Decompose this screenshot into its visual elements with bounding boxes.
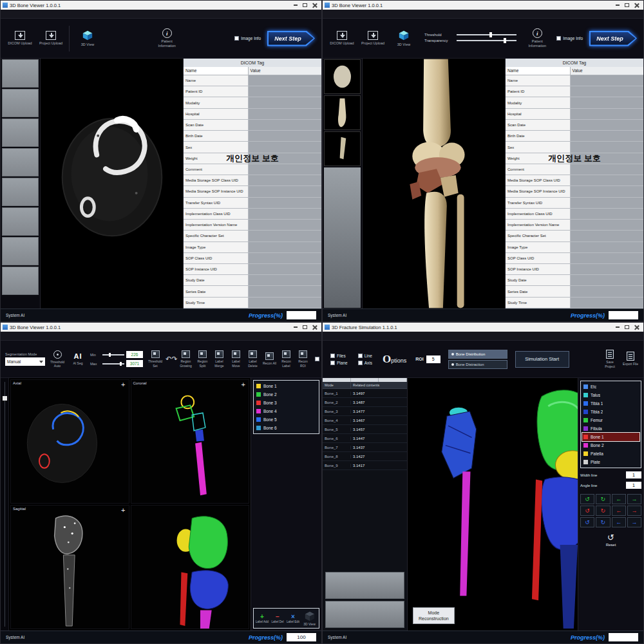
bone-thumbnail[interactable]: [324, 59, 361, 94]
transform-button[interactable]: ↻: [596, 494, 610, 504]
label-item[interactable]: Bone 1: [255, 382, 317, 390]
patient-information-button[interactable]: Patient Information: [154, 28, 180, 48]
table-row[interactable]: Bone_1 3.1497: [323, 389, 407, 398]
bone-distribution-button[interactable]: Bone Distribution: [448, 350, 507, 359]
bone-thumbnail[interactable]: [324, 95, 361, 130]
mode-reconstruction-button[interactable]: Mode Reconstruction: [413, 607, 455, 624]
transform-button[interactable]: ↺: [580, 494, 594, 504]
slice-thumbnail[interactable]: [2, 267, 39, 295]
threshold-set-button[interactable]: Threshold Set: [147, 350, 163, 368]
transparency-slider[interactable]: [457, 40, 516, 41]
angle-line-input[interactable]: [626, 482, 641, 489]
3d-view-button[interactable]: 3D View: [301, 611, 317, 626]
transform-button[interactable]: ↻: [596, 506, 610, 516]
bone-distraction-button[interactable]: Bone Distraction: [448, 360, 507, 369]
project-upload-button[interactable]: Project Upload: [360, 31, 386, 46]
dicom-upload-button[interactable]: DICOM Upload: [329, 31, 355, 46]
viewport-coronal[interactable]: Coronal: [131, 379, 250, 504]
export-file-button[interactable]: Export File: [623, 352, 638, 366]
maximize-button[interactable]: [622, 1, 632, 9]
maximize-button[interactable]: [622, 323, 632, 331]
label-item[interactable]: Bone 5: [255, 415, 317, 424]
line-checkbox[interactable]: Line: [358, 354, 372, 358]
transform-button[interactable]: ←: [612, 506, 626, 516]
minimize-button[interactable]: [290, 323, 300, 331]
files-checkbox[interactable]: Files: [330, 354, 348, 358]
label-item[interactable]: Bone 1: [582, 433, 639, 441]
ai-segmentation-button[interactable]: AI AI Seg: [70, 352, 86, 365]
viewport-3d-seg[interactable]: [131, 505, 250, 629]
next-step-button[interactable]: Next Step: [589, 31, 637, 46]
transform-button[interactable]: →: [627, 506, 641, 516]
segmentation-tool-button[interactable]: Recon ROI: [295, 350, 310, 368]
minimize-button[interactable]: [612, 1, 622, 9]
slice-slider[interactable]: [1, 378, 9, 630]
minimize-button[interactable]: [290, 1, 300, 9]
segmentation-tool-button[interactable]: Region Growing: [178, 350, 193, 368]
label-item[interactable]: Etc: [582, 383, 639, 391]
segmentation-tool-button[interactable]: Label Merge: [211, 350, 227, 368]
thumbnail-track[interactable]: [324, 167, 361, 308]
label-item[interactable]: Bone 6: [255, 424, 317, 432]
mask-tool-button[interactable]: × Label Edit: [286, 613, 300, 623]
transform-button[interactable]: →: [627, 517, 641, 527]
project-upload-button[interactable]: Project Upload: [38, 31, 64, 46]
viewport-sagittal[interactable]: Sagittal: [10, 505, 129, 629]
label-item[interactable]: Tibia 2: [582, 408, 639, 416]
maximize-button[interactable]: [300, 1, 310, 9]
label-item[interactable]: Tibia 1: [582, 399, 639, 408]
options-button[interactable]: O ptions: [383, 353, 406, 366]
transform-button[interactable]: ↻: [596, 517, 610, 527]
label-item[interactable]: Talus: [582, 391, 639, 399]
label-item[interactable]: Femur: [582, 416, 639, 424]
slice-thumbnail[interactable]: [2, 118, 39, 147]
viewport-axial[interactable]: Axial: [10, 379, 129, 504]
slider-handle[interactable]: [3, 396, 7, 401]
table-row[interactable]: Bone_4 3.1467: [323, 416, 407, 425]
dicom-upload-button[interactable]: DICOM Upload: [7, 31, 33, 46]
undo-button[interactable]: ↶: [166, 354, 171, 365]
3d-view-button[interactable]: 3D View: [391, 30, 417, 47]
transform-button[interactable]: ←: [612, 517, 626, 527]
transform-button[interactable]: ↺: [580, 517, 594, 527]
close-button[interactable]: [632, 323, 641, 331]
transform-button[interactable]: →: [627, 494, 641, 504]
table-row[interactable]: Bone_7 3.1437: [323, 443, 407, 452]
threshold-max-value[interactable]: [126, 360, 143, 367]
segmentation-tool-button[interactable]: Label Move: [228, 350, 243, 368]
transform-button[interactable]: ↺: [580, 506, 594, 516]
save-project-button[interactable]: Save Project: [602, 350, 618, 368]
threshold-min-value[interactable]: [126, 351, 143, 358]
table-row[interactable]: Bone_2 3.1487: [323, 398, 407, 407]
titlebar[interactable]: 3D Bone Viewer 1.0.0.1: [1, 1, 321, 10]
minimize-button[interactable]: [612, 323, 622, 331]
preview-thumbnail[interactable]: [325, 601, 404, 628]
preview-thumbnail[interactable]: [325, 572, 404, 599]
roi-input[interactable]: [426, 355, 440, 363]
bone-thumbnail[interactable]: [324, 131, 361, 166]
reset-button[interactable]: Reset: [580, 533, 641, 547]
maximize-button[interactable]: [300, 323, 310, 331]
slice-thumbnail[interactable]: [2, 89, 39, 117]
next-step-button[interactable]: Next Step: [267, 31, 315, 46]
slice-thumbnail-list[interactable]: [1, 59, 41, 308]
table-row[interactable]: Bone_9 3.1417: [323, 461, 407, 470]
slice-thumbnail[interactable]: [2, 59, 39, 88]
ct-axial-viewport[interactable]: [41, 59, 183, 308]
close-button[interactable]: [310, 1, 319, 9]
label-item[interactable]: Bone 4: [255, 407, 317, 415]
label-item[interactable]: Plate: [582, 458, 639, 466]
slice-thumbnail[interactable]: [2, 207, 39, 236]
close-button[interactable]: [310, 323, 319, 331]
close-button[interactable]: [632, 1, 641, 9]
plane-checkbox[interactable]: Plane: [330, 361, 348, 365]
threshold-min-slider[interactable]: [102, 354, 124, 355]
segmentation-tool-button[interactable]: Label Delete: [245, 350, 260, 368]
titlebar[interactable]: 3D Fracture Simulation 1.1.0.1: [323, 323, 643, 332]
threshold-slider[interactable]: [457, 34, 516, 35]
label-item[interactable]: Fibula: [582, 424, 639, 433]
width-line-input[interactable]: [626, 471, 641, 478]
patient-information-button[interactable]: Patient Information: [524, 28, 550, 48]
image-info-checkbox[interactable]: Image Info: [234, 36, 261, 41]
table-row[interactable]: Bone_3 3.1477: [323, 407, 407, 416]
